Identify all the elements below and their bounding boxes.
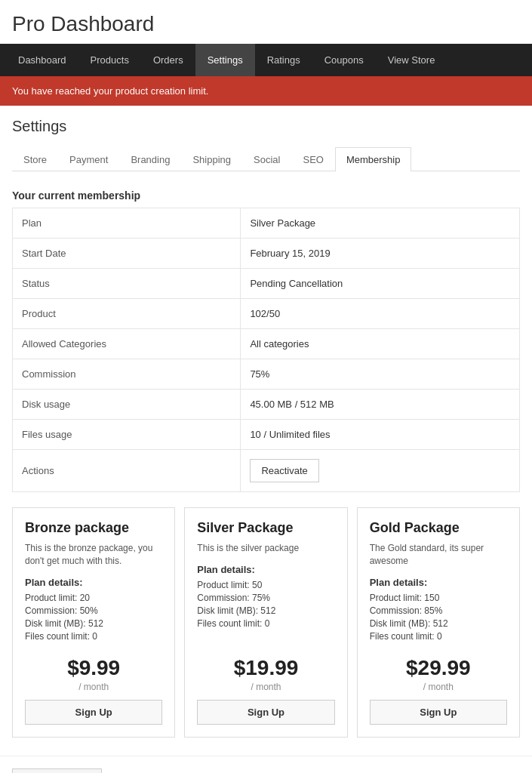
cell-actions: Reactivate <box>241 450 520 492</box>
plan-detail-gold-2: Disk limit (MB): 512 <box>370 618 507 629</box>
package-card-gold: Gold Package The Gold standard, its supe… <box>357 507 520 738</box>
plan-details-label-gold: Plan details: <box>370 577 507 588</box>
plan-detail-gold-3: Files count limit: 0 <box>370 631 507 642</box>
membership-heading: Your current membership <box>12 183 520 208</box>
footer-bar: Save Changes <box>0 756 532 773</box>
package-card-silver: Silver Package This is the silver packag… <box>184 507 347 738</box>
alert-message: You have reached your product creation l… <box>12 85 208 97</box>
plan-detail-silver-3: Files count limit: 0 <box>197 618 334 629</box>
nav-item-ratings[interactable]: Ratings <box>255 44 312 76</box>
signup-button-silver[interactable]: Sign Up <box>197 700 334 725</box>
tab-membership[interactable]: Membership <box>335 147 412 171</box>
plan-details-label-silver: Plan details: <box>197 564 334 575</box>
tab-social[interactable]: Social <box>242 147 291 171</box>
package-name-silver: Silver Package <box>197 520 334 536</box>
plan-details-label-bronze: Plan details: <box>25 577 162 588</box>
price-period-bronze: / month <box>25 682 162 692</box>
membership-content: Your current membership Plan Silver Pack… <box>0 183 532 492</box>
price-amount-gold: $29.99 <box>370 656 507 680</box>
table-row: Commission 75% <box>13 359 520 390</box>
label-allowed-categories: Allowed Categories <box>13 329 241 359</box>
package-card-bronze: Bronze package This is the bronze packag… <box>12 507 175 738</box>
tab-store[interactable]: Store <box>12 147 58 171</box>
alert-bar: You have reached your product creation l… <box>0 76 532 106</box>
value-disk-usage: 45.00 MB / 512 MB <box>241 390 520 420</box>
table-row: Start Date February 15, 2019 <box>13 239 520 269</box>
package-price-silver: $19.99 / month <box>197 644 334 692</box>
tab-seo[interactable]: SEO <box>291 147 334 171</box>
tab-payment[interactable]: Payment <box>58 147 119 171</box>
value-product: 102/50 <box>241 299 520 329</box>
table-row-actions: Actions Reactivate <box>13 450 520 492</box>
label-plan: Plan <box>13 208 241 239</box>
plan-detail-bronze-1: Commission: 50% <box>25 605 162 616</box>
page-title: Pro Dashboard <box>0 0 532 44</box>
tab-branding[interactable]: Branding <box>119 147 181 171</box>
packages-grid: Bronze package This is the bronze packag… <box>0 507 532 750</box>
label-commission: Commission <box>13 359 241 390</box>
membership-info-table: Plan Silver Package Start Date February … <box>12 208 520 492</box>
label-startdate: Start Date <box>13 239 241 269</box>
plan-detail-silver-0: Product limit: 50 <box>197 580 334 590</box>
table-row: Allowed Categories All categories <box>13 329 520 359</box>
value-startdate: February 15, 2019 <box>241 239 520 269</box>
table-row: Plan Silver Package <box>13 208 520 239</box>
package-price-gold: $29.99 / month <box>370 644 507 692</box>
price-period-silver: / month <box>197 682 334 692</box>
nav-item-products[interactable]: Products <box>78 44 141 76</box>
save-changes-button[interactable]: Save Changes <box>12 768 102 773</box>
package-name-gold: Gold Package <box>370 520 507 536</box>
label-product: Product <box>13 299 241 329</box>
label-actions: Actions <box>13 450 241 492</box>
table-row: Disk usage 45.00 MB / 512 MB <box>13 390 520 420</box>
plan-detail-silver-1: Commission: 75% <box>197 593 334 603</box>
plan-detail-silver-2: Disk limit (MB): 512 <box>197 605 334 616</box>
settings-title: Settings <box>12 118 520 135</box>
plan-detail-gold-0: Product limit: 150 <box>370 593 507 603</box>
value-commission: 75% <box>241 359 520 390</box>
package-desc-gold: The Gold standard, its super awesome <box>370 542 507 568</box>
reactivate-button[interactable]: Reactivate <box>250 459 318 482</box>
nav-item-orders[interactable]: Orders <box>141 44 195 76</box>
nav-item-viewstore[interactable]: View Store <box>376 44 447 76</box>
signup-button-bronze[interactable]: Sign Up <box>25 700 162 725</box>
nav-item-dashboard[interactable]: Dashboard <box>6 44 78 76</box>
label-disk-usage: Disk usage <box>13 390 241 420</box>
value-files-usage: 10 / Unlimited files <box>241 420 520 450</box>
plan-detail-bronze-2: Disk limit (MB): 512 <box>25 618 162 629</box>
nav-bar: Dashboard Products Orders Settings Ratin… <box>0 44 532 76</box>
price-period-gold: / month <box>370 682 507 692</box>
value-plan: Silver Package <box>241 208 520 239</box>
nav-item-settings[interactable]: Settings <box>195 44 255 76</box>
package-price-bronze: $9.99 / month <box>25 644 162 692</box>
settings-tabs: Store Payment Branding Shipping Social S… <box>12 147 520 171</box>
package-desc-silver: This is the silver package <box>197 542 334 555</box>
price-amount-bronze: $9.99 <box>25 656 162 680</box>
price-amount-silver: $19.99 <box>197 656 334 680</box>
signup-button-gold[interactable]: Sign Up <box>370 700 507 725</box>
plan-detail-gold-1: Commission: 85% <box>370 605 507 616</box>
table-row: Files usage 10 / Unlimited files <box>13 420 520 450</box>
plan-detail-bronze-3: Files count limit: 0 <box>25 631 162 642</box>
nav-item-coupons[interactable]: Coupons <box>312 44 376 76</box>
settings-section: Settings Store Payment Branding Shipping… <box>0 106 532 171</box>
package-desc-bronze: This is the bronze package, you don't ge… <box>25 542 162 568</box>
plan-detail-bronze-0: Product limit: 20 <box>25 593 162 603</box>
value-status: Pending Cancellation <box>241 269 520 299</box>
label-status: Status <box>13 269 241 299</box>
label-files-usage: Files usage <box>13 420 241 450</box>
package-name-bronze: Bronze package <box>25 520 162 536</box>
value-allowed-categories: All categories <box>241 329 520 359</box>
tab-shipping[interactable]: Shipping <box>181 147 242 171</box>
table-row: Status Pending Cancellation <box>13 269 520 299</box>
table-row: Product 102/50 <box>13 299 520 329</box>
